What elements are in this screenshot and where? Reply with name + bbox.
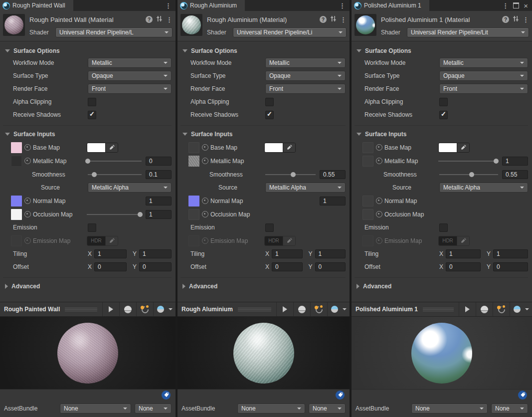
asset-label-tag-icon[interactable]: [336, 391, 345, 400]
inspector-tab[interactable]: Rough Painted Wall: [0, 0, 73, 11]
object-picker-icon[interactable]: [202, 198, 208, 204]
slider-knob[interactable]: [85, 159, 90, 164]
inspector-tab[interactable]: Polished Aluminium 1: [352, 0, 429, 11]
material-preview-area[interactable]: [352, 317, 532, 389]
object-picker-icon[interactable]: [24, 198, 31, 204]
material-thumbnail[interactable]: [355, 14, 376, 36]
offset-y-field[interactable]: 0: [315, 262, 346, 271]
base-color-swatch[interactable]: [87, 143, 105, 152]
slider-knob[interactable]: [469, 172, 474, 177]
shader-dropdown[interactable]: Universal Render Pipeline/Lit: [407, 27, 529, 37]
advanced-foldout[interactable]: Advanced: [3, 277, 172, 293]
object-picker-icon[interactable]: [24, 158, 31, 164]
assetbundle-variant-dropdown[interactable]: None: [135, 404, 172, 414]
assetbundle-variant-dropdown[interactable]: None: [309, 404, 346, 414]
object-picker-icon[interactable]: [202, 158, 208, 164]
mesh-shape-button[interactable]: [119, 302, 136, 316]
occlusion-map-thumbnail[interactable]: [362, 209, 373, 220]
surface-type-dropdown[interactable]: Opaque: [88, 71, 172, 81]
material-preview-area[interactable]: [177, 317, 350, 389]
eyedropper-icon[interactable]: [283, 143, 295, 152]
surface-options-foldout[interactable]: Surface Options: [355, 45, 528, 56]
base-map-thumbnail[interactable]: [188, 142, 199, 153]
alpha-clipping-checkbox[interactable]: [88, 98, 96, 106]
kebab-menu-icon[interactable]: ⋮: [523, 16, 529, 23]
asset-label-tag-icon[interactable]: [162, 391, 171, 400]
slider-knob[interactable]: [92, 172, 97, 177]
metallic-map-thumbnail[interactable]: [11, 156, 22, 167]
tiling-x-field[interactable]: 1: [446, 249, 481, 258]
close-button[interactable]: ×: [524, 2, 528, 9]
smoothness-slider[interactable]: [88, 170, 142, 179]
object-picker-icon[interactable]: [376, 144, 382, 151]
offset-x-field[interactable]: 0: [272, 262, 302, 271]
preview-lighting-button[interactable]: [310, 302, 327, 316]
offset-x-field[interactable]: 0: [94, 262, 127, 271]
surface-inputs-foldout[interactable]: Surface Inputs: [180, 125, 346, 141]
tiling-x-field[interactable]: 1: [272, 249, 302, 258]
surface-inputs-foldout[interactable]: Surface Inputs: [355, 125, 528, 141]
workflow-mode-dropdown[interactable]: Metallic: [439, 58, 528, 68]
kebab-menu-icon[interactable]: ⋮: [166, 16, 173, 23]
eyedropper-icon[interactable]: [457, 143, 469, 152]
occlusion-map-thumbnail[interactable]: [11, 209, 22, 220]
preview-lighting-button[interactable]: [493, 302, 510, 316]
metallic-value-field[interactable]: 0: [146, 157, 172, 166]
smoothness-source-dropdown[interactable]: Metallic Alpha: [439, 183, 528, 193]
metallic-map-thumbnail[interactable]: [188, 156, 199, 167]
render-face-dropdown[interactable]: Front: [265, 84, 346, 94]
surface-options-foldout[interactable]: Surface Options: [180, 45, 346, 56]
smoothness-source-dropdown[interactable]: Metallic Alpha: [88, 183, 172, 193]
workflow-mode-dropdown[interactable]: Metallic: [88, 58, 172, 68]
preview-drag-handle[interactable]: [238, 308, 271, 311]
play-button[interactable]: [276, 302, 293, 316]
assetbundle-dropdown[interactable]: None: [411, 404, 488, 414]
preview-drag-handle[interactable]: [423, 308, 454, 311]
emission-checkbox[interactable]: [265, 223, 274, 232]
alpha-clipping-checkbox[interactable]: [439, 98, 448, 106]
smoothness-slider[interactable]: [265, 170, 316, 179]
metallic-slider[interactable]: [87, 157, 142, 166]
surface-type-dropdown[interactable]: Opaque: [439, 71, 528, 81]
offset-y-field[interactable]: 0: [139, 262, 172, 271]
material-preview-area[interactable]: [0, 317, 176, 389]
object-picker-icon[interactable]: [376, 158, 382, 164]
environment-button[interactable]: [510, 302, 532, 316]
base-color-swatch[interactable]: [265, 143, 283, 152]
advanced-foldout[interactable]: Advanced: [355, 277, 528, 293]
kebab-menu-icon[interactable]: ⋮: [502, 2, 509, 9]
mesh-shape-button[interactable]: [293, 302, 310, 316]
smoothness-value-field[interactable]: 0.1: [146, 170, 172, 179]
assetbundle-dropdown[interactable]: None: [237, 404, 305, 414]
alpha-clipping-checkbox[interactable]: [265, 98, 274, 106]
render-face-dropdown[interactable]: Front: [439, 84, 528, 94]
render-face-dropdown[interactable]: Front: [88, 84, 172, 94]
receive-shadows-checkbox[interactable]: ✓: [88, 111, 96, 119]
object-picker-icon[interactable]: [202, 211, 208, 217]
help-icon[interactable]: ?: [320, 16, 327, 23]
normal-map-thumbnail[interactable]: [11, 196, 22, 207]
tiling-y-field[interactable]: 1: [493, 249, 528, 258]
occlusion-map-thumbnail[interactable]: [188, 209, 199, 220]
normal-scale-field[interactable]: 1: [320, 197, 346, 206]
emission-checkbox[interactable]: [88, 223, 96, 232]
normal-map-thumbnail[interactable]: [362, 196, 373, 207]
shader-dropdown[interactable]: Universal Render Pipeline/Li: [233, 27, 347, 37]
receive-shadows-checkbox[interactable]: ✓: [439, 111, 448, 119]
kebab-menu-icon[interactable]: ⋮: [165, 2, 172, 9]
smoothness-slider[interactable]: [439, 170, 498, 179]
material-thumbnail[interactable]: [180, 14, 202, 36]
presets-icon[interactable]: [156, 15, 163, 23]
help-icon[interactable]: ?: [146, 16, 153, 23]
occlusion-value-field[interactable]: 1: [146, 210, 172, 219]
base-map-thumbnail[interactable]: [362, 142, 373, 153]
presets-icon[interactable]: [330, 15, 337, 23]
play-button[interactable]: [102, 302, 119, 316]
slider-knob[interactable]: [494, 159, 499, 164]
kebab-menu-icon[interactable]: ⋮: [340, 16, 347, 23]
asset-label-tag-icon[interactable]: [518, 391, 527, 400]
surface-inputs-foldout[interactable]: Surface Inputs: [3, 125, 172, 141]
assetbundle-dropdown[interactable]: None: [60, 404, 131, 414]
metallic-value-field[interactable]: 1: [502, 157, 528, 166]
environment-button[interactable]: [153, 302, 176, 316]
